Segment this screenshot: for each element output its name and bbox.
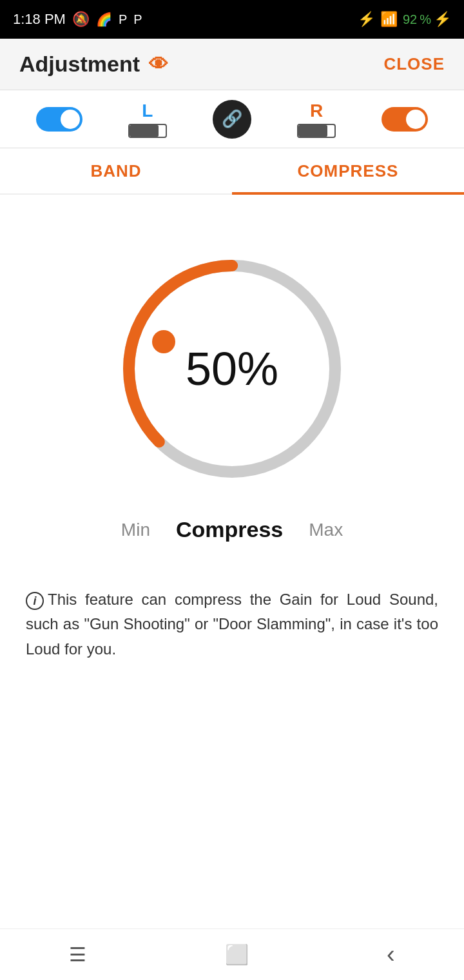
status-left: 1:18 PM 🔕 🌈 P P bbox=[13, 11, 142, 28]
info-text: This feature can compress the Gain for L… bbox=[26, 591, 438, 658]
info-icon: i bbox=[26, 592, 44, 610]
left-toggle[interactable] bbox=[36, 107, 82, 132]
header-title-group: Adjustment 👁 bbox=[19, 52, 168, 77]
device-row: L 🔗 R bbox=[0, 90, 464, 148]
link-chain-icon: 🔗 bbox=[222, 109, 242, 129]
dial-min-label: Min bbox=[121, 520, 150, 540]
menu-nav-icon[interactable]: ☰ bbox=[69, 943, 86, 966]
right-ear-group: R bbox=[297, 101, 336, 138]
eye-icon: 👁 bbox=[149, 54, 168, 75]
link-button[interactable]: 🔗 bbox=[213, 100, 251, 139]
app-icon-1: 🌈 bbox=[96, 12, 112, 27]
battery-percent: 92 bbox=[403, 12, 417, 27]
app-icon-2: P bbox=[119, 12, 127, 27]
bluetooth-icon: ⚡ bbox=[358, 11, 375, 28]
status-time: 1:18 PM bbox=[13, 11, 66, 28]
right-toggle[interactable] bbox=[382, 107, 428, 132]
dial-handle bbox=[152, 330, 175, 353]
left-battery-fill bbox=[130, 125, 159, 137]
left-ear-group: L bbox=[128, 101, 167, 138]
status-bar: 1:18 PM 🔕 🌈 P P ⚡ 📶 92 % ⚡ bbox=[0, 0, 464, 39]
dial-value: 50% bbox=[186, 342, 278, 395]
battery-indicator: 92 % ⚡ bbox=[403, 11, 451, 28]
home-nav-icon[interactable]: ⬜ bbox=[225, 943, 249, 966]
right-battery-fill bbox=[298, 125, 327, 137]
left-battery-bar bbox=[128, 124, 167, 138]
left-ear-label: L bbox=[142, 101, 153, 121]
right-ear-label: R bbox=[310, 101, 323, 121]
right-battery-bar bbox=[297, 124, 336, 138]
header: Adjustment 👁 CLOSE bbox=[0, 39, 464, 90]
dial-max-label: Max bbox=[309, 520, 343, 540]
tab-band[interactable]: BAND bbox=[0, 148, 232, 193]
bottom-nav: ☰ ⬜ ‹ bbox=[0, 928, 464, 980]
tabs: BAND COMPRESS bbox=[0, 148, 464, 195]
info-section: iThis feature can compress the Gain for … bbox=[0, 562, 464, 681]
status-right: ⚡ 📶 92 % ⚡ bbox=[358, 11, 451, 28]
dial-container[interactable]: 50% bbox=[97, 233, 367, 504]
charging-icon: ⚡ bbox=[434, 11, 451, 28]
dial-area: 50% Min Compress Max bbox=[0, 195, 464, 562]
signal-icon: 📶 bbox=[380, 11, 398, 28]
dial-labels: Min Compress Max bbox=[121, 517, 343, 542]
dial-center-label: Compress bbox=[176, 517, 283, 542]
close-button[interactable]: CLOSE bbox=[383, 54, 445, 74]
back-nav-icon[interactable]: ‹ bbox=[387, 941, 395, 968]
app-icon-3: P bbox=[133, 12, 142, 27]
tab-compress[interactable]: COMPRESS bbox=[232, 148, 464, 193]
page-title: Adjustment bbox=[19, 52, 140, 77]
mute-icon: 🔕 bbox=[72, 11, 90, 28]
